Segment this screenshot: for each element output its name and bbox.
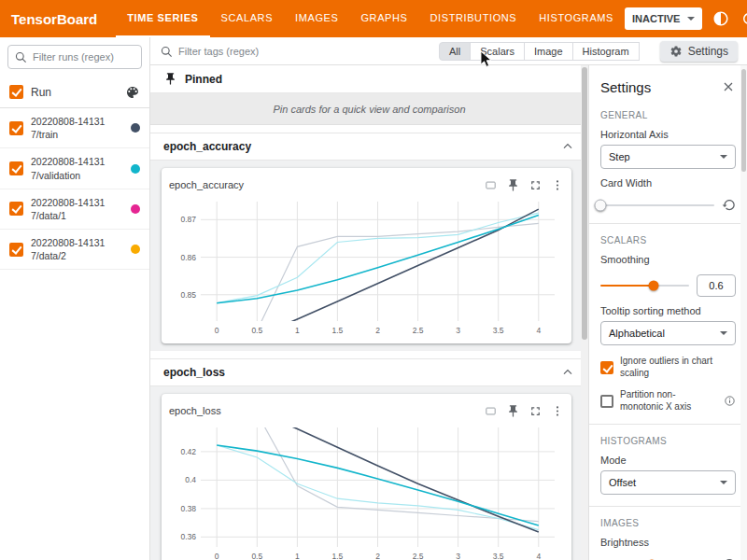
fit-domain-icon[interactable] — [484, 178, 498, 192]
refresh-icon[interactable] — [740, 9, 747, 28]
chevron-down-icon — [720, 331, 727, 335]
card-actions — [484, 178, 564, 192]
pinned-empty-message: Pin cards for a quick view and compariso… — [273, 104, 465, 115]
run-label: 20220808-141317/data/2 — [31, 236, 113, 262]
smoothing-value-input[interactable] — [697, 274, 736, 297]
app-title: TensorBoard — [11, 11, 97, 27]
svg-text:0.4: 0.4 — [185, 475, 196, 484]
section-title: epoch_loss — [163, 366, 225, 379]
run-checkbox[interactable] — [9, 243, 23, 257]
chip-all[interactable]: All — [439, 42, 471, 61]
pin-card-icon[interactable] — [506, 404, 520, 418]
run-list-item[interactable]: 20220808-141317/train — [0, 108, 149, 148]
card-width-slider[interactable] — [600, 204, 714, 206]
pin-card-icon[interactable] — [506, 178, 520, 192]
partition-x-label: Partition non-monotonic X axis — [620, 389, 717, 413]
histogram-mode-select[interactable]: Offset — [600, 470, 736, 495]
main-nav: TIME SERIES SCALARS IMAGES GRAPHS DISTRI… — [116, 0, 625, 37]
tags-filter-input[interactable] — [178, 46, 431, 57]
svg-text:3: 3 — [456, 552, 460, 560]
section-body-epoch-loss: epoch_loss 00.511.522.533.540.360.380.40… — [150, 386, 588, 560]
divider — [589, 506, 747, 507]
settings-scrollbar-thumb[interactable] — [741, 69, 746, 172]
tags-toolbar: All Scalars Image Histogram Settings — [150, 37, 747, 65]
epoch-accuracy-chart[interactable]: 00.511.522.533.540.850.860.87 — [169, 196, 564, 336]
reload-status-value: INACTIVE — [632, 13, 680, 24]
run-checkbox[interactable] — [9, 202, 23, 216]
tab-time-series[interactable]: TIME SERIES — [116, 0, 209, 37]
run-color-dot — [131, 123, 140, 133]
svg-text:1: 1 — [295, 552, 300, 560]
fullscreen-icon[interactable] — [529, 404, 543, 418]
section-title: epoch_accuracy — [163, 140, 251, 153]
ignore-outliers-checkbox[interactable] — [600, 361, 613, 374]
card-actions — [484, 404, 564, 418]
tab-images[interactable]: IMAGES — [284, 0, 349, 37]
chevron-down-icon — [720, 481, 727, 484]
run-checkbox[interactable] — [9, 161, 23, 175]
chip-image[interactable]: Image — [524, 42, 573, 61]
search-icon — [160, 45, 173, 58]
settings-panel-title: Settings — [600, 79, 651, 95]
section-body-epoch-accuracy: epoch_accuracy 00.511.522.533.540.850.86… — [150, 161, 588, 351]
runs-filter-box — [7, 45, 142, 69]
section-header-epoch-loss[interactable]: epoch_loss — [150, 358, 588, 386]
brightness-label: Brightness — [600, 537, 736, 548]
settings-scrollbar[interactable] — [740, 65, 747, 560]
tab-distributions[interactable]: DISTRIBUTIONS — [419, 0, 529, 37]
run-color-dot — [131, 204, 140, 214]
reset-card-width-icon[interactable] — [722, 198, 736, 212]
main-scrollbar[interactable] — [581, 65, 588, 560]
partition-x-checkbox[interactable] — [600, 395, 613, 408]
partition-x-row[interactable]: Partition non-monotonic X axis — [600, 389, 736, 413]
chevron-up-icon[interactable] — [560, 365, 575, 380]
run-checkbox[interactable] — [9, 121, 23, 135]
app-header: TensorBoard TIME SERIES SCALARS IMAGES G… — [0, 0, 747, 37]
svg-text:2: 2 — [375, 552, 380, 560]
tab-histograms[interactable]: HISTOGRAMS — [528, 0, 625, 37]
run-list-item[interactable]: 20220808-141317/data/1 — [0, 189, 149, 230]
section-label-scalars: SCALARS — [600, 235, 736, 245]
main-scrollbar-thumb[interactable] — [582, 67, 587, 340]
tab-graphs[interactable]: GRAPHS — [349, 0, 418, 37]
run-list-item[interactable]: 20220808-141317/data/2 — [0, 230, 149, 270]
horizontal-axis-select[interactable]: Step — [600, 145, 736, 169]
run-list-item[interactable]: 20220808-141317/validation — [0, 148, 149, 189]
close-icon[interactable] — [721, 79, 736, 94]
histogram-mode-value: Offset — [609, 477, 636, 488]
settings-button[interactable]: Settings — [660, 41, 738, 62]
epoch-loss-chart[interactable]: 00.511.522.533.540.360.380.40.42 — [169, 422, 564, 560]
reload-status-select[interactable]: INACTIVE — [625, 7, 702, 30]
svg-text:0.5: 0.5 — [251, 552, 262, 560]
run-label: 20220808-141317/data/1 — [31, 196, 113, 222]
scalar-card-epoch-accuracy: epoch_accuracy 00.511.522.533.540.850.86… — [162, 168, 571, 343]
divider — [589, 223, 747, 224]
histogram-mode-label: Mode — [600, 455, 736, 466]
fullscreen-icon[interactable] — [529, 178, 543, 192]
chip-scalars[interactable]: Scalars — [470, 42, 525, 61]
tag-type-filter-group: All Scalars Image Histogram — [439, 42, 640, 61]
svg-text:3.5: 3.5 — [493, 552, 504, 560]
pinned-empty-state: Pin cards for a quick view and compariso… — [150, 93, 588, 125]
svg-text:0: 0 — [215, 552, 219, 560]
chevron-up-icon[interactable] — [560, 139, 575, 154]
run-select-all-checkbox[interactable] — [9, 85, 23, 99]
more-options-icon[interactable] — [551, 178, 564, 192]
svg-text:1.5: 1.5 — [331, 326, 343, 335]
fit-domain-icon[interactable] — [484, 404, 498, 418]
tooltip-sort-value: Alphabetical — [609, 328, 665, 339]
smoothing-slider[interactable] — [600, 285, 689, 287]
tab-scalars[interactable]: SCALARS — [210, 0, 285, 37]
card-width-label: Card Width — [600, 177, 736, 189]
ignore-outliers-row[interactable]: Ignore outliers in chart scaling — [600, 356, 736, 379]
more-options-icon[interactable] — [551, 404, 564, 418]
section-label-histograms: HISTOGRAMS — [600, 436, 736, 446]
section-header-epoch-accuracy[interactable]: epoch_accuracy — [150, 133, 588, 161]
runs-filter-input[interactable] — [33, 51, 135, 63]
palette-icon[interactable] — [125, 85, 140, 100]
chip-histogram[interactable]: Histogram — [572, 42, 640, 61]
spacer — [150, 125, 588, 133]
svg-text:4: 4 — [536, 552, 541, 560]
contrast-theme-icon[interactable] — [712, 9, 730, 28]
tooltip-sort-select[interactable]: Alphabetical — [600, 321, 736, 345]
